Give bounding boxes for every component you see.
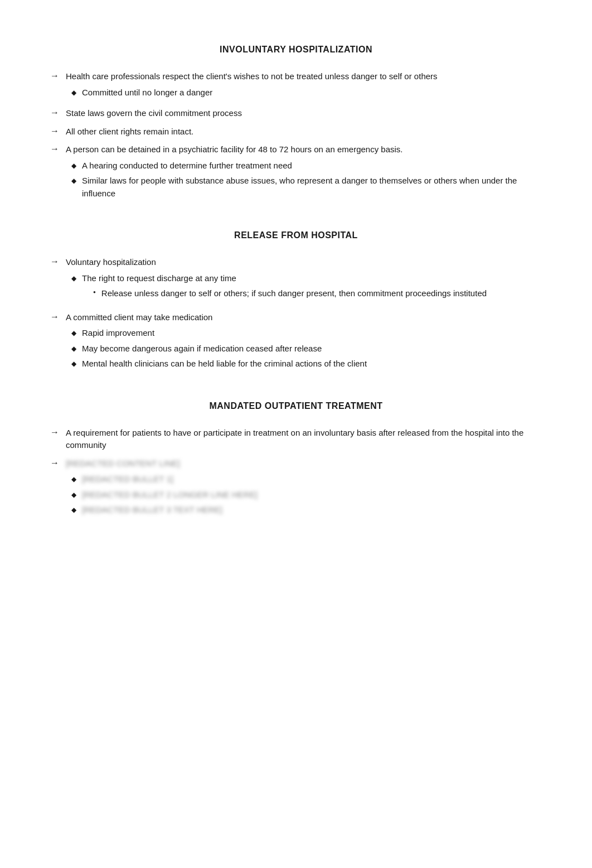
bullet-text-1: [REDACTED BULLET 3 TEXT HERE] [82,504,222,517]
bullet-text-1: [REDACTED BULLET 1] [82,473,173,486]
arrow-icon: → [50,257,59,267]
bullet-text-1: Committed until no longer a danger [82,86,212,99]
arrow-icon: → [50,427,59,437]
bullet-text-1: The right to request discharge at any ti… [82,272,487,303]
arrow-icon: → [50,108,59,118]
arrow-item-text: Voluntary hospitalization◆The right to r… [66,256,547,306]
bullet-list-1: ◆[REDACTED BULLET 1]◆[REDACTED BULLET 2 … [71,473,547,517]
bullet-item-1: ◆[REDACTED BULLET 1] [71,473,547,486]
bullet-text-2: Release unless danger to self or others;… [101,287,487,300]
diamond-icon: ◆ [71,88,76,98]
arrow-icon: → [50,126,59,136]
section-title-mandated: MANDATED OUTPATIENT TREATMENT [45,401,547,411]
diamond-icon: ◆ [71,273,76,283]
bullet-item-1: ◆Committed until no longer a danger [71,86,547,99]
arrow-item: →A committed client may take medication◆… [45,311,547,373]
arrow-item: →Health care professionals respect the c… [45,70,547,102]
arrow-item-text: State laws govern the civil commitment p… [66,107,547,120]
bullet-text-1: [REDACTED BULLET 2 LONGER LINE HERE] [82,489,258,501]
bullet-item-1: ◆Mental health clinicians can be held li… [71,358,547,370]
circle-icon: ● [93,289,96,296]
bullet-text-1: Similar laws for people with substance a… [82,175,547,200]
arrow-item: →A person can be detained in a psychiatr… [45,143,547,202]
diamond-icon: ◆ [71,474,76,484]
section-mandated: MANDATED OUTPATIENT TREATMENT→A requirem… [45,401,547,519]
bullet-item-1: ◆The right to request discharge at any t… [71,272,547,303]
arrow-item: →State laws govern the civil commitment … [45,107,547,120]
arrow-item: →All other client rights remain intact. [45,126,547,138]
bullet-text-1: A hearing conducted to determine further… [82,160,292,172]
diamond-icon: ◆ [71,490,76,500]
bullet-text-1: May become dangerous again if medication… [82,343,322,355]
arrow-list-involuntary: →Health care professionals respect the c… [45,70,547,202]
diamond-icon: ◆ [71,359,76,369]
arrow-icon: → [50,71,59,81]
bullet-list-1: ◆Rapid improvement◆May become dangerous … [71,327,547,370]
arrow-item: →Voluntary hospitalization◆The right to … [45,256,547,306]
arrow-item-text: All other client rights remain intact. [66,126,547,138]
arrow-icon: → [50,312,59,322]
diamond-icon: ◆ [71,161,76,171]
section-title-involuntary: INVOLUNTARY HOSPITALIZATION [45,45,547,55]
section-release: RELEASE FROM HOSPITAL→Voluntary hospital… [45,230,547,373]
bullet-item-2: ●Release unless danger to self or others… [93,287,487,300]
section-involuntary: INVOLUNTARY HOSPITALIZATION→Health care … [45,45,547,202]
arrow-icon: → [50,144,59,154]
bullet-item-1: ◆Rapid improvement [71,327,547,340]
arrow-item-text: A committed client may take medication◆R… [66,311,547,373]
bullet-text-1: Rapid improvement [82,327,154,340]
bullet-list-1: ◆A hearing conducted to determine furthe… [71,160,547,200]
arrow-list-mandated: →A requirement for patients to have or p… [45,427,547,519]
arrow-icon: → [50,458,59,468]
diamond-icon: ◆ [71,344,76,354]
arrow-list-release: →Voluntary hospitalization◆The right to … [45,256,547,373]
diamond-icon: ◆ [71,505,76,515]
bullet-item-1: ◆May become dangerous again if medicatio… [71,343,547,355]
arrow-item-text: Health care professionals respect the cl… [66,70,547,102]
diamond-icon: ◆ [71,176,76,186]
bullet-list-1: ◆Committed until no longer a danger [71,86,547,99]
bullet-text-1: Mental health clinicians can be held lia… [82,358,367,370]
arrow-item-text: A person can be detained in a psychiatri… [66,143,547,202]
bullet-item-1: ◆Similar laws for people with substance … [71,175,547,200]
arrow-item-text: [REDACTED CONTENT LINE]◆[REDACTED BULLET… [66,457,547,519]
bullet-item-1: ◆[REDACTED BULLET 3 TEXT HERE] [71,504,547,517]
arrow-item: →A requirement for patients to have or p… [45,427,547,452]
diamond-icon: ◆ [71,328,76,338]
arrow-item: →[REDACTED CONTENT LINE]◆[REDACTED BULLE… [45,457,547,519]
bullet-item-1: ◆A hearing conducted to determine furthe… [71,160,547,172]
section-title-release: RELEASE FROM HOSPITAL [45,230,547,240]
bullet-list-2: ●Release unless danger to self or others… [93,287,487,300]
arrow-item-text: A requirement for patients to have or pa… [66,427,547,452]
bullet-list-1: ◆The right to request discharge at any t… [71,272,547,303]
bullet-item-1: ◆[REDACTED BULLET 2 LONGER LINE HERE] [71,489,547,501]
